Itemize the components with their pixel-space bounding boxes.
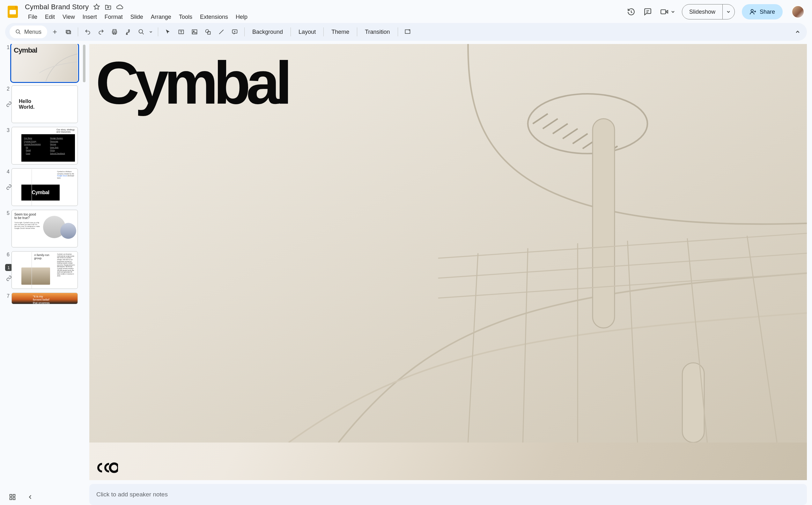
link-icon — [6, 101, 12, 108]
svg-rect-16 — [208, 31, 210, 34]
select-tool[interactable] — [162, 26, 173, 38]
history-icon[interactable] — [626, 7, 636, 17]
slide-canvas[interactable]: Cymbal — [89, 44, 807, 480]
document-title[interactable]: Cymbal Brand Story — [25, 3, 89, 11]
svg-point-11 — [139, 30, 143, 33]
account-avatar[interactable] — [792, 5, 804, 18]
speaker-notes-placeholder: Click to add speaker notes — [96, 491, 168, 498]
slide-thumbnail-2[interactable]: Hello World. — [11, 86, 78, 123]
thumb-number: 6 — [3, 251, 10, 258]
transition-button[interactable]: Transition — [361, 26, 393, 38]
toolbar: Menus Background Layout Theme Transition — [5, 23, 807, 41]
new-slide-with-layout-button[interactable] — [62, 26, 74, 38]
thumb-title: "It is my fervent belief that progress — [14, 295, 75, 304]
grid-view-button[interactable] — [8, 493, 17, 501]
line-tool[interactable] — [215, 26, 227, 38]
speaker-notes[interactable]: Click to add speaker notes — [89, 484, 807, 505]
comments-icon[interactable] — [643, 7, 653, 17]
svg-point-15 — [206, 30, 209, 33]
background-button[interactable]: Background — [249, 26, 287, 38]
slideshow-button[interactable]: Slideshow — [682, 4, 722, 19]
thumb-title: Our story, strategy and resources — [56, 129, 75, 133]
comment-tool[interactable] — [229, 26, 240, 38]
move-icon[interactable] — [105, 3, 112, 11]
comment-count-badge[interactable]: 1 — [5, 264, 12, 271]
svg-point-4 — [16, 30, 19, 33]
star-icon[interactable] — [93, 3, 100, 11]
thumb-number: 5 — [3, 210, 10, 216]
slide-thumbnail-4[interactable]: Cymbal Cymbal is a fictitious company cr… — [11, 168, 78, 206]
svg-rect-2 — [661, 10, 666, 14]
thumb-title: Hello World. — [19, 99, 34, 110]
textbox-tool[interactable] — [175, 26, 187, 38]
slideshow-caret[interactable] — [722, 4, 735, 19]
menus-label: Menus — [24, 29, 41, 35]
slide-thumbnail-5[interactable]: Seem too good to be true? You're right. … — [11, 210, 78, 247]
svg-rect-22 — [13, 498, 15, 500]
svg-rect-1 — [10, 10, 16, 14]
filmstrip-footer — [3, 490, 86, 505]
link-icon — [6, 184, 12, 190]
thumb-title: Seem too good to be true? — [14, 213, 36, 220]
link-icon — [6, 275, 12, 282]
new-slide-button[interactable] — [49, 26, 60, 38]
share-label: Share — [760, 9, 775, 15]
collapse-filmstrip-button[interactable] — [26, 493, 34, 501]
thumb-number: 2 — [3, 86, 10, 92]
video-icon — [660, 7, 669, 17]
thumb-title: Cymbal — [14, 46, 37, 54]
chevron-down-icon — [671, 10, 675, 14]
thumb-number: 4 — [3, 168, 10, 175]
svg-rect-21 — [10, 498, 12, 500]
slide-thumbnail-1[interactable]: Cymbal — [11, 44, 78, 81]
shape-tool[interactable] — [202, 26, 214, 38]
slide-thumbnail-3[interactable]: Our story, strategy and resources Our St… — [11, 127, 78, 165]
svg-rect-10 — [126, 33, 127, 34]
print-button[interactable] — [109, 26, 120, 38]
slide-brand-title[interactable]: Cymbal — [96, 55, 288, 110]
search-menus[interactable]: Menus — [10, 25, 47, 38]
layout-button[interactable]: Layout — [295, 26, 320, 38]
svg-point-27 — [110, 464, 118, 472]
svg-rect-25 — [593, 119, 615, 328]
theme-button[interactable]: Theme — [328, 26, 353, 38]
slides-app-icon[interactable] — [4, 3, 21, 20]
thumb-number: 1 — [3, 44, 10, 50]
thumb-number: 7 — [3, 293, 10, 299]
svg-rect-19 — [10, 494, 12, 496]
svg-rect-20 — [13, 494, 15, 496]
search-icon — [15, 29, 21, 35]
slideshow-split-button: Slideshow — [682, 4, 735, 19]
paint-format-button[interactable] — [122, 26, 134, 38]
svg-rect-13 — [192, 30, 197, 34]
title-bar: Cymbal Brand Story File Edit View Insert… — [0, 0, 812, 20]
filmstrip: 1 Cymbal 2 Hello World. 3 Our story, str… — [3, 44, 86, 505]
thumb-number: 3 — [3, 127, 10, 133]
thumb-title: Cymbal — [21, 185, 60, 200]
thumb-title: A family-run group. — [34, 254, 49, 260]
slide-thumbnail-6[interactable]: A family-run group. Cymbal is an America… — [11, 251, 78, 289]
zoom-button[interactable] — [136, 26, 147, 38]
svg-point-3 — [751, 10, 753, 12]
meet-button[interactable] — [660, 7, 675, 17]
collapse-toolbar-button[interactable] — [793, 27, 802, 37]
share-person-icon — [750, 8, 757, 15]
undo-button[interactable] — [82, 26, 94, 38]
slide-thumbnail-7[interactable]: "It is my fervent belief that progress — [11, 293, 78, 304]
slide-footer-mark[interactable] — [96, 462, 118, 473]
zoom-caret[interactable] — [148, 26, 154, 38]
image-tool[interactable] — [189, 26, 200, 38]
share-button[interactable]: Share — [742, 4, 783, 19]
redo-button[interactable] — [95, 26, 107, 38]
filmstrip-scrollbar[interactable] — [83, 45, 86, 82]
explore-button[interactable] — [402, 26, 413, 38]
cloud-saved-icon[interactable] — [116, 3, 123, 11]
